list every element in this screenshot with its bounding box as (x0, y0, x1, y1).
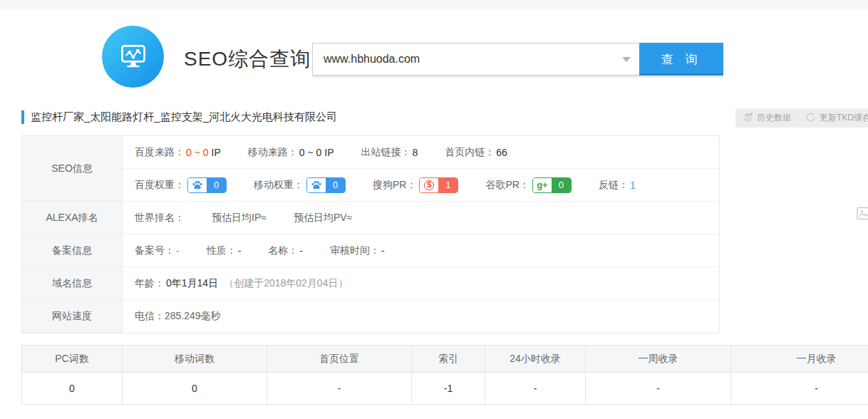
daily-pv-label: 预估日均PV≈ (294, 212, 352, 224)
mobile-weight-badge[interactable]: 0 (306, 177, 346, 193)
icp-name-value: - (299, 245, 303, 257)
telecom-speed-value: 285.249毫秒 (165, 310, 221, 323)
refresh-tkd-label: 更新TKD缓存 (820, 112, 868, 124)
baidu-weight-badge[interactable]: 0 (187, 177, 227, 193)
search-box (312, 43, 639, 76)
value-home-position: - (267, 373, 412, 404)
row-label-speed: 网站速度 (22, 300, 123, 333)
mobile-traffic-value: 0 ~ 0 (299, 147, 322, 158)
site-title: 监控杆厂家_太阳能路灯杆_监控支架_河北火大光电科技有限公司 (31, 110, 337, 124)
history-data-label: 历史数据 (757, 112, 791, 124)
sogou-pr-value: 1 (438, 178, 458, 192)
query-button[interactable]: 查 询 (639, 43, 723, 76)
refresh-icon (805, 112, 816, 125)
telecom-speed-label: 电信： (135, 310, 165, 323)
row-label-seo: SEO信息 (22, 136, 123, 202)
layers-icon (743, 112, 753, 125)
value-week: - (586, 373, 731, 404)
baidu-paw-icon (188, 178, 207, 192)
domain-age-label: 年龄： (135, 277, 165, 290)
row-speed: 电信：285.249毫秒 (123, 300, 719, 333)
baidu-weight-value: 0 (207, 178, 226, 192)
icp-audit-value: - (381, 245, 385, 257)
world-rank-label: 世界排名： (135, 212, 185, 224)
icp-number-label: 备案号： (135, 244, 175, 257)
baidu-paw-icon (307, 178, 326, 192)
icp-audit-label: 审核时间： (330, 244, 380, 257)
column-header-week: 一周收录 (586, 346, 731, 373)
backlink-label: 反链： (599, 179, 629, 192)
column-header-index: 索引 (412, 346, 485, 373)
seo-query-page: SEO综合查询 查 询 监控杆厂家_太阳能路灯杆_监控支架_河北火大光电科技有限… (0, 0, 868, 419)
value-pc-words: 0 (22, 373, 123, 404)
homelink-label: 首页内链： (445, 146, 495, 159)
accent-bar (21, 110, 24, 124)
table-header-row: PC词数 移动词数 首页位置 索引 24小时收录 一周收录 一月收录 (22, 346, 868, 373)
row-label-domain: 域名信息 (22, 267, 123, 300)
homelink-value: 66 (496, 147, 507, 158)
row-label-icp: 备案信息 (22, 234, 123, 267)
outlink-label: 出站链接： (361, 146, 411, 159)
mobile-weight-label: 移动权重： (254, 179, 304, 192)
google-pr-value: 0 (552, 178, 571, 192)
baidu-traffic-label: 百度来路： (135, 146, 185, 159)
baidu-traffic-unit: IP (212, 147, 221, 158)
app-logo (102, 26, 164, 88)
column-header-mobile-words: 移动词数 (123, 346, 267, 373)
row-icp: 备案号：- 性质：- 名称：- 审核时间：- (123, 234, 719, 267)
domain-age-value: 0年1月14日 (166, 277, 218, 290)
monitor-chart-icon (115, 38, 151, 76)
google-pr-label: 谷歌PR： (485, 179, 529, 192)
mobile-traffic-unit: IP (324, 147, 334, 158)
column-header-24h: 24小时收录 (485, 346, 586, 373)
seo-info-table: SEO信息 百度来路：0 ~ 0IP 移动来路：0 ~ 0IP 出站链接：8 首… (21, 135, 720, 333)
column-header-home-position: 首页位置 (267, 346, 412, 373)
daily-ip-label: 预估日均IP≈ (212, 212, 267, 224)
column-header-month: 一月收录 (731, 346, 868, 373)
icp-nature-value: - (238, 245, 242, 257)
sogou-pr-label: 搜狗PR： (373, 179, 416, 192)
keyword-stats-table: PC词数 移动词数 首页位置 索引 24小时收录 一周收录 一月收录 0 0 -… (21, 345, 868, 405)
search-bar: 查 询 (312, 43, 723, 76)
chevron-down-icon[interactable] (622, 57, 631, 62)
value-index: -1 (412, 373, 485, 404)
row-traffic: 百度来路：0 ~ 0IP 移动来路：0 ~ 0IP 出站链接：8 首页内链：66 (123, 136, 719, 169)
page-title: SEO综合查询 (184, 46, 311, 73)
google-plus-icon: g+ (533, 178, 552, 192)
value-mobile-words: 0 (123, 373, 267, 404)
row-alexa: 世界排名： 预估日均IP≈ 预估日均PV≈ (123, 202, 719, 234)
mobile-traffic-label: 移动来路： (248, 146, 298, 159)
table-value-row: 0 0 - -1 - - - (22, 373, 868, 404)
icp-nature-label: 性质： (207, 244, 237, 257)
refresh-tkd-button[interactable]: 更新TKD缓存 (798, 108, 868, 128)
row-domain: 年龄：0年1月14日 （创建于2018年02月04日） (123, 267, 719, 300)
baidu-weight-label: 百度权重： (135, 179, 185, 192)
google-pr-badge[interactable]: g+ 0 (532, 177, 572, 193)
top-strip (0, 0, 868, 9)
baidu-traffic-value: 0 ~ 0 (186, 147, 209, 158)
value-24h: - (485, 373, 586, 404)
image-placeholder-icon (857, 207, 868, 224)
backlink-value[interactable]: 1 (630, 180, 636, 191)
history-data-button[interactable]: 历史数据 (735, 108, 798, 128)
search-input[interactable] (313, 43, 639, 75)
icp-name-label: 名称： (268, 244, 298, 257)
sogou-icon: S (420, 178, 438, 192)
sogou-pr-badge[interactable]: S 1 (419, 177, 458, 193)
result-title-bar: 监控杆厂家_太阳能路灯杆_监控支架_河北火大光电科技有限公司 历史数据 更新TK… (21, 108, 868, 130)
value-month: - (731, 373, 868, 404)
mobile-weight-value: 0 (326, 178, 345, 192)
domain-created-note: （创建于2018年02月04日） (224, 277, 348, 290)
row-label-alexa: ALEXA排名 (22, 202, 123, 234)
icp-number-value: - (176, 245, 180, 257)
row-weight: 百度权重： 0 移动权重： (123, 169, 719, 202)
outlink-value: 8 (413, 147, 418, 158)
column-header-pc-words: PC词数 (22, 346, 123, 373)
